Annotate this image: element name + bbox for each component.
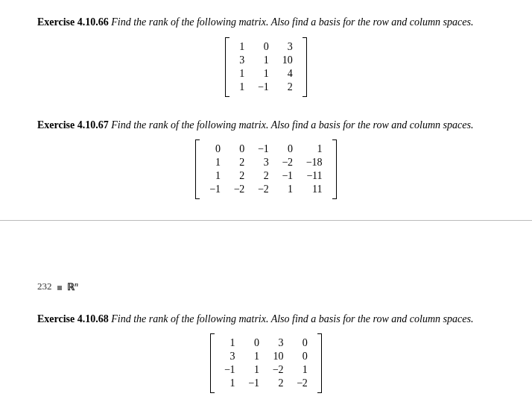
matrix-cell: 0 <box>227 142 251 156</box>
page-number: 232 <box>37 281 52 292</box>
matrix-cell: 1 <box>232 40 251 54</box>
matrix-cell: 1 <box>218 377 241 390</box>
bracket-left-icon <box>210 333 215 393</box>
matrix-cell: 1 <box>218 336 241 350</box>
matrix-row: 114 <box>232 67 299 81</box>
exercise-label: Exercise 4.10.67 <box>37 119 109 131</box>
matrix-cell: −2 <box>290 377 314 390</box>
matrix-row: 1030 <box>218 336 314 350</box>
matrix-row: −11−21 <box>218 363 314 377</box>
matrix-cell: 1 <box>232 81 251 94</box>
matrix-row: 31100 <box>218 350 314 363</box>
matrix-cell: −1 <box>251 81 275 94</box>
exercise-4-10-67: Exercise 4.10.67 Find the rank of the fo… <box>37 118 495 200</box>
matrix-cell: −2 <box>266 363 290 377</box>
matrix-cell: 0 <box>276 142 300 156</box>
bracket-left-icon <box>225 37 229 97</box>
matrix-container: 00−101123−2−18122−1−11−1−2−2111 <box>37 139 495 199</box>
matrix-cell: 0 <box>242 336 266 350</box>
exercise-prompt: Find the rank of the following matrix. A… <box>111 313 473 324</box>
matrix-cell: 2 <box>266 377 290 390</box>
matrix-row: 00−101 <box>203 142 329 156</box>
exercise-label: Exercise 4.10.66 <box>37 16 109 28</box>
matrix-table: 00−101123−2−18122−1−11−1−2−2111 <box>203 142 329 196</box>
matrix-cell: 1 <box>251 67 275 81</box>
matrix-cell: 1 <box>242 350 266 363</box>
matrix-cell: 4 <box>276 67 300 81</box>
matrix-cell: 2 <box>227 169 251 183</box>
matrix-cell: 1 <box>232 67 251 81</box>
matrix-cell: −1 <box>276 169 300 183</box>
matrix-cell: −1 <box>218 363 241 377</box>
matrix-cell: −2 <box>251 183 275 196</box>
matrix-cell: 1 <box>276 183 300 196</box>
matrix-cell: 2 <box>276 81 300 94</box>
bracket-right-icon <box>303 37 307 97</box>
matrix-cell: −18 <box>300 156 329 169</box>
matrix-cell: 2 <box>251 169 275 183</box>
bracket-right-icon <box>317 333 322 393</box>
matrix-66: 10331101141−12 <box>225 37 306 97</box>
matrix-row: 123−2−18 <box>203 156 329 169</box>
matrix-cell: −2 <box>276 156 300 169</box>
matrix-cell: 10 <box>276 54 300 67</box>
matrix-cell: 3 <box>251 156 275 169</box>
matrix-cell: 1 <box>203 169 227 183</box>
exercise-4-10-68: Exercise 4.10.68 Find the rank of the fo… <box>37 312 495 394</box>
exercise-prompt: Find the rank of the following matrix. A… <box>111 16 473 28</box>
matrix-container: 10331101141−12 <box>37 37 495 97</box>
page-header: 232 ℝn <box>37 280 495 292</box>
matrix-row: 3110 <box>232 54 299 67</box>
bracket-right-icon <box>332 139 337 199</box>
matrix-row: 122−1−11 <box>203 169 329 183</box>
section-symbol: ℝn <box>67 281 78 292</box>
matrix-cell: 10 <box>266 350 290 363</box>
matrix-table: 10331101141−12 <box>232 40 299 94</box>
matrix-row: 103 <box>232 40 299 54</box>
matrix-cell: 3 <box>232 54 251 67</box>
matrix-68: 103031100−11−211−12−2 <box>210 333 322 393</box>
matrix-cell: 1 <box>242 363 266 377</box>
exercise-4-10-66: Exercise 4.10.66 Find the rank of the fo… <box>37 15 495 97</box>
matrix-cell: 3 <box>266 336 290 350</box>
matrix-cell: 0 <box>290 336 314 350</box>
matrix-row: 1−12 <box>232 81 299 94</box>
matrix-cell: −2 <box>227 183 251 196</box>
exercise-heading: Exercise 4.10.68 Find the rank of the fo… <box>37 312 495 327</box>
matrix-cell: 3 <box>218 350 241 363</box>
exercise-label: Exercise 4.10.68 <box>37 313 109 324</box>
matrix-cell: 1 <box>203 156 227 169</box>
matrix-cell: −1 <box>251 142 275 156</box>
matrix-cell: 1 <box>251 54 275 67</box>
exercise-heading: Exercise 4.10.66 Find the rank of the fo… <box>37 15 495 30</box>
matrix-67: 00−101123−2−18122−1−11−1−2−2111 <box>195 139 336 199</box>
matrix-cell: 3 <box>276 40 300 54</box>
matrix-cell: 1 <box>290 363 314 377</box>
exercise-heading: Exercise 4.10.67 Find the rank of the fo… <box>37 118 495 133</box>
bracket-left-icon <box>195 139 200 199</box>
square-bullet-icon <box>57 286 62 290</box>
matrix-cell: −11 <box>300 169 329 183</box>
matrix-cell: 0 <box>290 350 314 363</box>
matrix-cell: −1 <box>242 377 266 390</box>
matrix-cell: 2 <box>227 156 251 169</box>
matrix-cell: −1 <box>203 183 227 196</box>
matrix-cell: 11 <box>300 183 329 196</box>
matrix-table: 103031100−11−211−12−2 <box>218 336 314 390</box>
exercise-prompt: Find the rank of the following matrix. A… <box>111 119 473 131</box>
matrix-row: 1−12−2 <box>218 377 314 390</box>
matrix-cell: 0 <box>251 40 275 54</box>
matrix-row: −1−2−2111 <box>203 183 329 196</box>
matrix-container: 103031100−11−211−12−2 <box>37 333 495 393</box>
matrix-cell: 1 <box>300 142 329 156</box>
page-break <box>0 220 532 280</box>
matrix-cell: 0 <box>203 142 227 156</box>
